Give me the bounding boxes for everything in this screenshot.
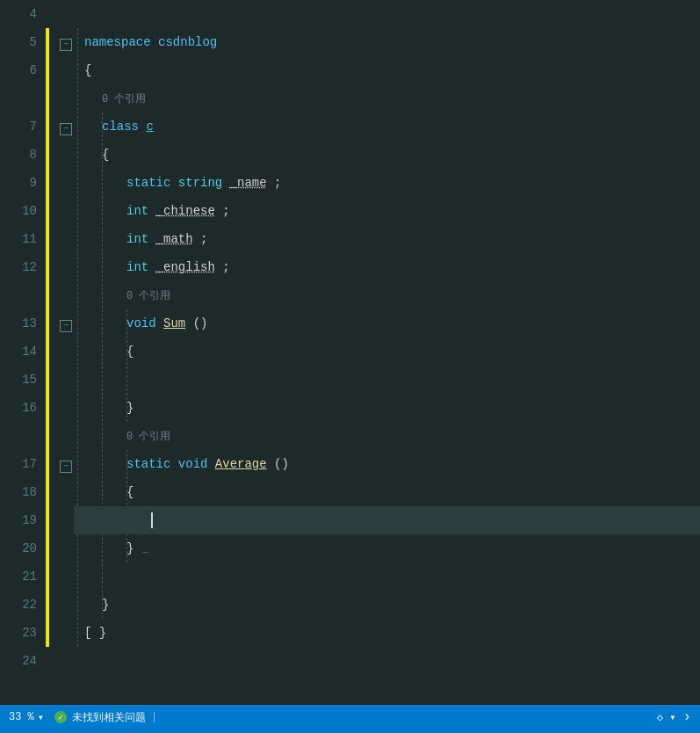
var-name-2: _chinese (156, 204, 215, 218)
dropdown-icon: ▾ (669, 712, 675, 724)
zoom-control[interactable]: 33 % ▾ (9, 711, 44, 724)
code-line-4 (74, 0, 700, 28)
ref-hint-average-text: 0 个引用 (126, 431, 170, 443)
kw-void-2: void (178, 457, 208, 471)
semicolon-3: ; (200, 232, 207, 246)
brace-open-namespace: { (84, 63, 91, 77)
check-circle-icon: ✓ (54, 711, 67, 723)
code-line-15 (74, 366, 700, 394)
code-line-13: void Sum () (74, 309, 700, 337)
line-num-ref3 (0, 422, 37, 450)
type-int-2: int (126, 232, 148, 246)
kw-void-1: void (126, 316, 156, 330)
brace-close-average: } (126, 541, 134, 555)
code-line-16: } (74, 394, 700, 422)
check-text: 未找到相关问题 (72, 710, 146, 725)
underscore-marker: _ (143, 544, 149, 555)
line-num-ref1 (0, 84, 37, 112)
line-num-9: 9 (0, 169, 37, 197)
kw-class: class (102, 120, 139, 134)
editor-area: 4 5 6 7 8 9 10 11 12 13 14 15 16 17 18 1… (0, 0, 700, 729)
line-num-22: 22 (0, 591, 37, 619)
brace-open-sum: { (126, 345, 134, 359)
line-num-11: 11 (0, 225, 37, 253)
line-num-4: 4 (0, 0, 37, 28)
code-line-10: int _chinese ; (74, 197, 700, 225)
arrow-control[interactable]: ◇ ▾ (657, 711, 676, 724)
kw-static-1: static (126, 176, 170, 190)
code-line-20: } _ (74, 534, 700, 562)
bottom-blue-bar (0, 729, 700, 733)
code-line-6: { (74, 56, 700, 84)
method-average: Average (215, 457, 267, 471)
code-line-7: class c (74, 112, 700, 141)
code-area[interactable]: namespace csdnblog { 0 个引用 (74, 0, 700, 705)
line-num-18: 18 (0, 478, 37, 506)
parens-sum: () (193, 316, 208, 330)
line-num-7: 7 (0, 112, 37, 141)
code-line-11: int _math ; (74, 225, 700, 253)
line-num-19: 19 (0, 506, 37, 534)
code-line-9: static string _name ; (74, 169, 700, 197)
line-num-15: 15 (0, 366, 37, 394)
brace-close-namespace: } (99, 626, 106, 640)
status-bar: 33 % ▾ ✓ 未找到相关问题 | ◇ ▾ › (0, 705, 700, 729)
semicolon-1: ; (274, 176, 281, 190)
namespace-name: csdnblog (158, 35, 217, 49)
line-num-12: 12 (0, 253, 37, 281)
line-num-21: 21 (0, 562, 37, 591)
fold-gutter (46, 0, 58, 705)
code-line-23: [ } (74, 619, 700, 647)
line-num-16: 16 (0, 394, 37, 422)
semicolon-2: ; (222, 204, 229, 218)
code-lines: namespace csdnblog { 0 个引用 (74, 0, 700, 675)
type-int-1: int (126, 204, 148, 218)
class-name: c (146, 120, 153, 134)
line-num-10: 10 (0, 197, 37, 225)
code-line-19[interactable] (74, 506, 700, 534)
line-num-8: 8 (0, 141, 37, 169)
line-num-14: 14 (0, 337, 37, 366)
ref-hint-sum: 0 个引用 (74, 281, 700, 309)
text-cursor (151, 512, 153, 528)
var-name-1: _name (230, 176, 267, 190)
status-separator: | (151, 711, 157, 723)
ref-hint-sum-text: 0 个引用 (126, 290, 170, 302)
status-check: ✓ 未找到相关问题 (54, 710, 146, 725)
line-numbers: 4 5 6 7 8 9 10 11 12 13 14 15 16 17 18 1… (0, 0, 46, 705)
brace-close-namespace-outer: [ (84, 626, 91, 640)
line-num-17: 17 (0, 450, 37, 478)
code-line-12: int _english ; (74, 253, 700, 281)
right-arrow-icon[interactable]: › (682, 709, 691, 725)
type-int-3: int (126, 260, 148, 274)
line-num-23: 23 (0, 619, 37, 647)
ref-hint-class: 0 个引用 (74, 84, 700, 112)
code-line-17: static void Average () (74, 450, 700, 478)
ref-hint-class-text: 0 个引用 (102, 93, 146, 105)
diamond-icon: ◇ (657, 712, 663, 724)
code-container: 4 5 6 7 8 9 10 11 12 13 14 15 16 17 18 1… (0, 0, 700, 705)
status-left: 33 % ▾ ✓ 未找到相关问题 (9, 710, 146, 725)
code-line-22: } (74, 591, 700, 619)
parens-average: () (274, 457, 289, 471)
code-line-5: namespace csdnblog (74, 28, 700, 56)
kw-namespace: namespace (84, 35, 151, 49)
code-line-14: { (74, 337, 700, 366)
status-right: ◇ ▾ › (657, 709, 691, 725)
kw-static-2: static (126, 457, 170, 471)
brace-open-average: { (126, 485, 134, 499)
code-line-21 (74, 562, 700, 591)
brace-close-class: } (102, 598, 109, 612)
zoom-dropdown-icon[interactable]: ▾ (38, 711, 44, 724)
var-name-3: _math (156, 232, 193, 246)
line-num-6: 6 (0, 56, 37, 84)
brace-close-sum: } (126, 401, 134, 415)
semicolon-4: ; (222, 260, 229, 274)
line-num-20: 20 (0, 534, 37, 562)
type-string: string (178, 176, 222, 190)
fold-buttons-col: − − − − (58, 0, 74, 705)
line-num-ref2 (0, 281, 37, 309)
line-num-24: 24 (0, 647, 37, 675)
line-num-5: 5 (0, 28, 37, 56)
code-line-24 (74, 647, 700, 675)
